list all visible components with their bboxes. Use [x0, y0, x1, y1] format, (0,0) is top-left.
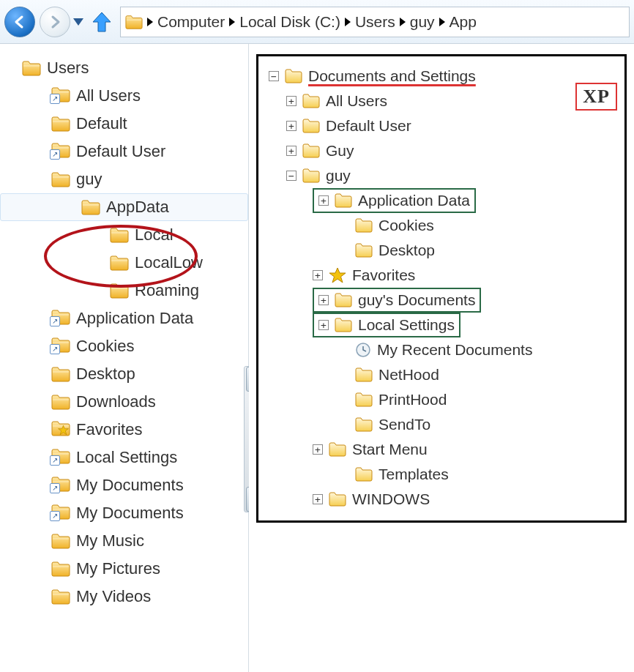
toolbar: Computer Local Disk (C:) Users guy App	[0, 0, 634, 44]
tree-label: AppData	[106, 198, 169, 217]
expand-icon[interactable]: +	[318, 195, 329, 206]
xp-tree-item[interactable]: NetHood	[269, 362, 616, 387]
tree-label: Documents and Settings	[308, 67, 476, 85]
breadcrumb-item[interactable]: App	[450, 13, 477, 31]
folder-icon	[125, 13, 143, 31]
tree-label: Default	[76, 114, 127, 133]
folder-icon	[329, 492, 346, 507]
tree-item[interactable]: ↗All Users	[0, 82, 248, 110]
tree-item[interactable]: Local	[0, 221, 248, 249]
tree-item[interactable]: My Videos	[0, 583, 248, 611]
tree-label: All Users	[326, 92, 387, 110]
recent-locations-dropdown[interactable]	[73, 18, 83, 26]
xp-tree-item[interactable]: +Local Settings	[269, 313, 616, 337]
tree-item[interactable]: ↗My Documents	[0, 499, 248, 527]
tree-item[interactable]: My Pictures	[0, 555, 248, 583]
expand-icon[interactable]: +	[286, 121, 297, 131]
folder-icon	[355, 367, 373, 382]
tree-item[interactable]: Favorites	[0, 416, 248, 444]
tree-label: Roaming	[135, 281, 199, 300]
nav-forward-button[interactable]	[40, 7, 70, 37]
tree-item[interactable]: ↗Default User	[0, 138, 248, 165]
tree-item[interactable]: Downloads	[0, 388, 248, 416]
tree-label: guy's Documents	[358, 291, 475, 309]
expand-icon[interactable]: +	[286, 96, 297, 106]
folder-icon	[355, 417, 373, 432]
xp-tree-item[interactable]: My Recent Documents	[269, 337, 616, 362]
tree-item[interactable]: AppData	[0, 193, 248, 221]
tree-item[interactable]: ↗Cookies	[0, 332, 248, 360]
folder-icon	[355, 392, 373, 407]
tree-label: Local Settings	[358, 316, 455, 334]
xp-tree-item[interactable]: PrintHood	[269, 387, 616, 412]
tree-label: My Documents	[76, 476, 184, 495]
folder-icon: ↗	[51, 309, 70, 329]
folder-icon	[355, 467, 373, 482]
breadcrumb-separator-icon	[439, 18, 445, 26]
tree-label: Cookies	[378, 217, 434, 234]
xp-tree-item[interactable]: +WINDOWS	[269, 487, 616, 512]
expand-icon[interactable]: +	[318, 295, 329, 305]
folder-icon: ↗	[51, 142, 70, 162]
expand-icon[interactable]: +	[318, 320, 329, 330]
expand-icon[interactable]: +	[286, 146, 297, 156]
xp-tree-item[interactable]: SendTo	[269, 412, 616, 437]
breadcrumb-item[interactable]: guy	[410, 13, 435, 31]
collapse-icon[interactable]: −	[286, 171, 297, 181]
xp-tree-item[interactable]: +guy's Documents	[269, 288, 616, 313]
expand-icon[interactable]: +	[313, 444, 323, 455]
tree-item[interactable]: Desktop	[0, 360, 248, 388]
tree-label: Favorites	[352, 266, 415, 284]
nav-back-button[interactable]	[4, 7, 35, 37]
folder-icon	[110, 227, 129, 243]
breadcrumb-item[interactable]: Computer	[157, 13, 225, 31]
folder-icon: ↗	[51, 476, 70, 496]
breadcrumb[interactable]: Computer Local Disk (C:) Users guy App	[120, 7, 630, 37]
tree-item[interactable]: Default	[0, 110, 248, 138]
tree-label: Desktop	[378, 242, 435, 259]
tree-item[interactable]: Roaming	[0, 277, 248, 305]
breadcrumb-item[interactable]: Local Disk (C:)	[239, 13, 340, 31]
folder-icon	[51, 366, 70, 382]
xp-tree-item[interactable]: +Favorites	[269, 263, 616, 288]
tree-label: My Pictures	[76, 559, 160, 578]
tree-item[interactable]: LocalLow	[0, 249, 248, 277]
tree-item[interactable]: guy	[0, 165, 248, 193]
xp-tree-item[interactable]: −guy	[269, 163, 616, 188]
xp-tree-item[interactable]: +Default User	[269, 113, 616, 138]
folder-icon: ↗	[51, 448, 70, 468]
breadcrumb-item[interactable]: Users	[355, 13, 395, 31]
tree-folder-users[interactable]: Users	[0, 54, 248, 82]
xp-tree-item[interactable]: Desktop	[269, 238, 616, 263]
up-one-level-button[interactable]	[88, 10, 116, 34]
xp-tree-item[interactable]: +Application Data	[269, 188, 616, 213]
xp-tree-item[interactable]: Cookies	[269, 213, 616, 238]
tree-label: Default User	[326, 117, 411, 135]
tree-label: Guy	[326, 142, 354, 160]
right-pane: XP − Documents and Settings +All Users+D…	[249, 44, 634, 672]
xp-tree-item[interactable]: +Guy	[269, 138, 616, 163]
main-split: Users ↗All UsersDefault↗Default UserguyA…	[0, 44, 634, 672]
xp-tree-item[interactable]: +Start Menu	[269, 437, 616, 462]
tree-label: Default User	[76, 142, 165, 161]
tree-item[interactable]: ↗Local Settings	[0, 444, 248, 471]
expand-icon[interactable]: +	[313, 270, 323, 280]
highlight-box: +guy's Documents	[313, 288, 481, 313]
tree-label: My Videos	[76, 587, 151, 606]
folder-icon	[302, 168, 320, 183]
collapse-icon[interactable]: −	[269, 71, 279, 81]
tree-item[interactable]: My Music	[0, 527, 248, 555]
xp-folder-root[interactable]: − Documents and Settings	[269, 64, 616, 89]
expand-icon[interactable]: +	[313, 494, 323, 504]
folder-icon: ↗	[51, 86, 70, 106]
breadcrumb-separator-icon	[400, 18, 406, 26]
xp-tree-item[interactable]: +All Users	[269, 89, 616, 113]
folder-icon	[355, 342, 371, 358]
folder-icon	[51, 589, 70, 605]
tree-item[interactable]: ↗My Documents	[0, 471, 248, 499]
tree-label: Start Menu	[352, 441, 428, 458]
xp-tree-item[interactable]: Templates	[269, 462, 616, 487]
folder-icon	[51, 533, 70, 549]
tree-label: Application Data	[358, 192, 470, 209]
tree-item[interactable]: ↗Application Data	[0, 305, 248, 332]
